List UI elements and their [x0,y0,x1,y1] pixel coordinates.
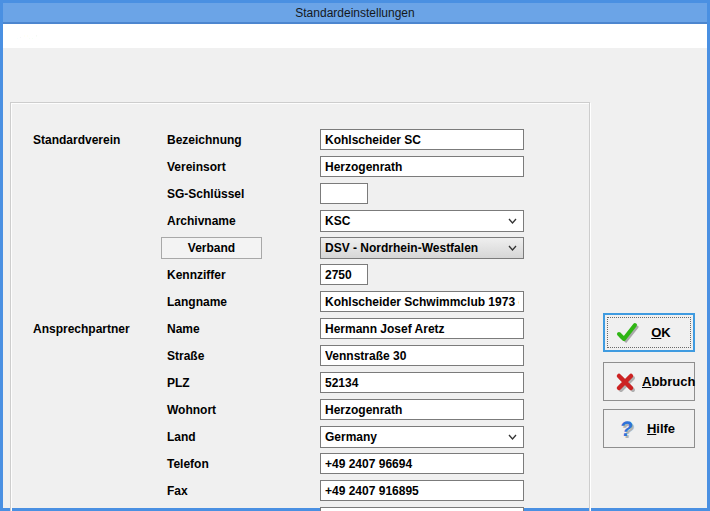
cancel-button[interactable]: Abbruch [603,362,695,401]
kennziffer-input[interactable] [320,264,368,285]
wohnort-label: Wohnort [167,403,320,417]
row-email: E-Mail [11,504,589,511]
vereinsort-label: Vereinsort [167,160,320,174]
fax-label: Fax [167,484,320,498]
bezeichnung-label: Bezeichnung [167,133,320,147]
section-label-standardverein: Standardverein [33,133,167,147]
check-icon [611,321,643,345]
name-label: Name [167,322,320,336]
chevron-down-icon [508,218,517,224]
cross-icon [610,371,642,393]
ok-button-label: OK [643,325,679,340]
sg-schluessel-label: SG-Schlüssel [167,187,320,201]
strasse-label: Straße [167,349,320,363]
row-telefon: Telefon [11,450,589,477]
row-wohnort: Wohnort [11,396,589,423]
verband-button[interactable]: Verband [161,237,262,259]
plz-label: PLZ [167,376,320,390]
name-input[interactable] [320,318,524,339]
section-label-ansprechpartner: Ansprechpartner [33,322,167,336]
help-button-label: Hilfe [642,421,680,436]
row-kennziffer: Kennziffer [11,261,589,288]
row-plz: PLZ [11,369,589,396]
verband-value: DSV - Nordrhein-Westfalen [325,241,478,255]
verband-dropdown[interactable]: DSV - Nordrhein-Westfalen [320,237,524,259]
land-label: Land [167,430,320,444]
row-archivname: Archivname KSC [11,207,589,234]
window-title: Standardeinstellungen [295,6,414,20]
row-land: Land Germany [11,423,589,450]
row-fax: Fax [11,477,589,504]
tab-page-verein: Standardverein Bezeichnung Vereinsort SG… [3,48,707,508]
form-groupbox: Standardverein Bezeichnung Vereinsort SG… [10,102,590,511]
langname-input[interactable] [320,291,524,312]
plz-input[interactable] [320,372,524,393]
kennziffer-label: Kennziffer [167,268,320,282]
fax-input[interactable] [320,480,524,501]
row-bezeichnung: Standardverein Bezeichnung [11,126,589,153]
email-input[interactable] [320,507,524,511]
row-langname: Langname [11,288,589,315]
row-strasse: Straße [11,342,589,369]
chevron-down-icon [508,434,517,440]
help-button[interactable]: ? Hilfe [603,409,695,448]
wohnort-input[interactable] [320,399,524,420]
land-dropdown[interactable]: Germany [320,426,524,448]
row-vereinsort: Vereinsort [11,153,589,180]
archivname-label: Archivname [167,214,320,228]
tab-strip: allgemein Halle Verein Ausdruck 1 Ausdru… [3,24,707,48]
langname-label: Langname [167,295,320,309]
cancel-button-label: Abbruch [642,374,695,389]
archivname-value: KSC [325,214,350,228]
strasse-input[interactable] [320,345,524,366]
archivname-dropdown[interactable]: KSC [320,210,524,232]
ok-button[interactable]: OK [603,313,695,352]
land-value: Germany [325,430,377,444]
title-bar: Standardeinstellungen [3,3,707,24]
telefon-label: Telefon [167,457,320,471]
question-icon: ? [610,417,642,441]
chevron-down-icon [508,245,517,251]
row-name: Ansprechpartner Name [11,315,589,342]
telefon-input[interactable] [320,453,524,474]
settings-dialog: Standardeinstellungen allgemein Halle Ve… [0,0,710,511]
row-sg-schluessel: SG-Schlüssel [11,180,589,207]
row-verband: Verband DSV - Nordrhein-Westfalen [11,234,589,261]
vereinsort-input[interactable] [320,156,524,177]
bezeichnung-input[interactable] [320,129,524,150]
sg-schluessel-input[interactable] [320,183,368,204]
